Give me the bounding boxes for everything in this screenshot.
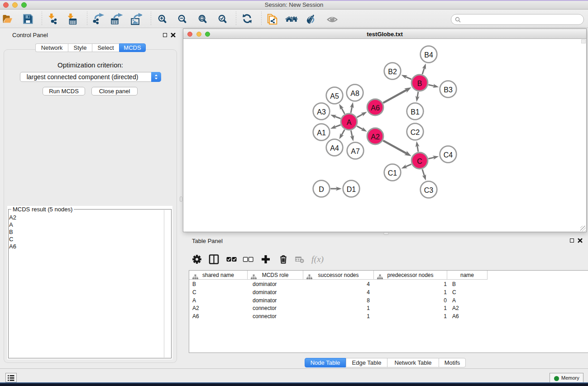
svg-text:A7: A7 [351, 148, 360, 155]
svg-text:B3: B3 [444, 86, 453, 94]
svg-text:B: B [417, 80, 422, 87]
svg-text:A1: A1 [317, 129, 326, 137]
svg-text:C: C [417, 157, 422, 165]
svg-text:f(x): f(x) [311, 254, 324, 264]
svg-text:C3: C3 [424, 186, 434, 194]
svg-text:A4: A4 [330, 144, 339, 152]
svg-text:C2: C2 [411, 129, 420, 136]
svg-text:A5: A5 [330, 92, 339, 100]
svg-text:B1: B1 [411, 108, 420, 116]
svg-text:B2: B2 [388, 68, 397, 76]
svg-text:C4: C4 [444, 151, 453, 159]
svg-text:A8: A8 [350, 90, 359, 97]
svg-text:A6: A6 [371, 104, 380, 112]
svg-text:B4: B4 [424, 51, 433, 59]
svg-text:D: D [319, 186, 324, 193]
svg-text:C1: C1 [388, 169, 397, 177]
svg-text:A: A [347, 119, 352, 126]
svg-text:A3: A3 [317, 108, 326, 116]
svg-text:D1: D1 [347, 186, 356, 193]
svg-text:A2: A2 [371, 133, 380, 141]
